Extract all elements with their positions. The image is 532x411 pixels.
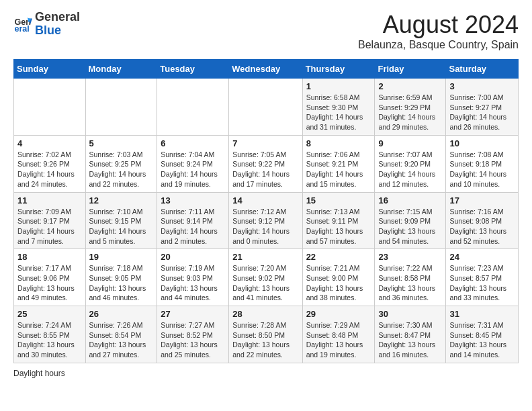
calendar-header-cell: Wednesday (229, 60, 302, 79)
day-number: 15 (306, 195, 371, 205)
day-number: 16 (378, 195, 442, 205)
calendar-day-cell: 20Sunrise: 7:19 AMSunset: 9:03 PMDayligh… (157, 249, 229, 306)
calendar-week-row: 4Sunrise: 7:02 AMSunset: 9:26 PMDaylight… (14, 135, 519, 192)
logo-icon: Gen eral (13, 15, 32, 34)
calendar-header-cell: Tuesday (157, 60, 229, 79)
calendar-week-row: 1Sunrise: 6:58 AMSunset: 9:30 PMDaylight… (14, 79, 519, 136)
day-number: 28 (232, 309, 298, 319)
calendar-table: SundayMondayTuesdayWednesdayThursdayFrid… (13, 59, 519, 363)
day-number: 11 (17, 195, 82, 205)
day-info: Sunrise: 7:10 AMSunset: 9:15 PMDaylight:… (89, 207, 154, 246)
calendar-day-cell: 30Sunrise: 7:30 AMSunset: 8:47 PMDayligh… (375, 306, 446, 363)
calendar-header: SundayMondayTuesdayWednesdayThursdayFrid… (14, 60, 519, 79)
calendar-day-cell: 19Sunrise: 7:18 AMSunset: 9:05 PMDayligh… (85, 249, 157, 306)
day-info: Sunrise: 6:58 AMSunset: 9:30 PMDaylight:… (306, 93, 371, 132)
location-title: Belaunza, Basque Country, Spain (358, 39, 519, 51)
day-number: 25 (17, 309, 82, 319)
day-info: Sunrise: 7:07 AMSunset: 9:20 PMDaylight:… (378, 150, 442, 189)
day-info: Sunrise: 7:02 AMSunset: 9:26 PMDaylight:… (17, 150, 82, 189)
day-info: Sunrise: 7:13 AMSunset: 9:11 PMDaylight:… (306, 207, 371, 246)
calendar-day-cell (85, 79, 157, 136)
day-info: Sunrise: 7:31 AMSunset: 8:45 PMDaylight:… (449, 320, 515, 360)
day-number: 12 (89, 195, 154, 205)
day-number: 26 (89, 309, 154, 319)
calendar-day-cell: 13Sunrise: 7:11 AMSunset: 9:14 PMDayligh… (157, 192, 229, 249)
day-info: Sunrise: 7:09 AMSunset: 9:17 PMDaylight:… (17, 207, 82, 246)
day-info: Sunrise: 7:11 AMSunset: 9:14 PMDaylight:… (161, 207, 225, 246)
day-number: 8 (306, 138, 371, 148)
day-number: 6 (161, 138, 225, 148)
calendar-day-cell: 24Sunrise: 7:23 AMSunset: 8:57 PMDayligh… (446, 249, 519, 306)
day-info: Sunrise: 7:03 AMSunset: 9:25 PMDaylight:… (89, 150, 154, 189)
day-info: Sunrise: 7:05 AMSunset: 9:22 PMDaylight:… (232, 150, 298, 189)
calendar-day-cell: 10Sunrise: 7:08 AMSunset: 9:18 PMDayligh… (446, 135, 519, 192)
calendar-week-row: 11Sunrise: 7:09 AMSunset: 9:17 PMDayligh… (14, 192, 519, 249)
day-info: Sunrise: 7:28 AMSunset: 8:50 PMDaylight:… (232, 320, 298, 360)
footer-note: Daylight hours (13, 369, 519, 378)
day-info: Sunrise: 7:20 AMSunset: 9:02 PMDaylight:… (232, 263, 298, 303)
day-number: 5 (89, 138, 154, 148)
day-info: Sunrise: 7:26 AMSunset: 8:54 PMDaylight:… (89, 320, 154, 360)
calendar-header-cell: Friday (375, 60, 446, 79)
calendar-day-cell (14, 79, 86, 136)
day-info: Sunrise: 7:21 AMSunset: 9:00 PMDaylight:… (306, 263, 371, 303)
day-number: 24 (449, 252, 515, 262)
day-number: 23 (378, 252, 442, 262)
day-info: Sunrise: 7:30 AMSunset: 8:47 PMDaylight:… (378, 320, 442, 360)
calendar-header-row: SundayMondayTuesdayWednesdayThursdayFrid… (14, 60, 519, 79)
calendar-day-cell: 16Sunrise: 7:15 AMSunset: 9:09 PMDayligh… (375, 192, 446, 249)
day-info: Sunrise: 7:24 AMSunset: 8:55 PMDaylight:… (17, 320, 82, 360)
day-info: Sunrise: 6:59 AMSunset: 9:29 PMDaylight:… (378, 93, 442, 132)
day-info: Sunrise: 7:29 AMSunset: 8:48 PMDaylight:… (306, 320, 371, 360)
day-number: 17 (449, 195, 515, 205)
calendar-day-cell: 26Sunrise: 7:26 AMSunset: 8:54 PMDayligh… (85, 306, 157, 363)
calendar-day-cell (157, 79, 229, 136)
month-title: August 2024 (358, 11, 519, 39)
day-number: 22 (306, 252, 371, 262)
day-info: Sunrise: 7:22 AMSunset: 8:58 PMDaylight:… (378, 263, 442, 303)
calendar-day-cell: 11Sunrise: 7:09 AMSunset: 9:17 PMDayligh… (14, 192, 86, 249)
day-info: Sunrise: 7:23 AMSunset: 8:57 PMDaylight:… (449, 263, 515, 303)
calendar-day-cell: 8Sunrise: 7:06 AMSunset: 9:21 PMDaylight… (302, 135, 375, 192)
header: Gen eral General Blue August 2024 Belaun… (13, 11, 519, 51)
logo: Gen eral General Blue (13, 11, 80, 38)
day-info: Sunrise: 7:15 AMSunset: 9:09 PMDaylight:… (378, 207, 442, 246)
calendar-day-cell: 23Sunrise: 7:22 AMSunset: 8:58 PMDayligh… (375, 249, 446, 306)
day-number: 13 (161, 195, 225, 205)
calendar-day-cell: 3Sunrise: 7:00 AMSunset: 9:27 PMDaylight… (446, 79, 519, 136)
day-number: 19 (89, 252, 154, 262)
day-number: 9 (378, 138, 442, 148)
day-info: Sunrise: 7:12 AMSunset: 9:12 PMDaylight:… (232, 207, 298, 246)
calendar-day-cell: 27Sunrise: 7:27 AMSunset: 8:52 PMDayligh… (157, 306, 229, 363)
day-number: 7 (232, 138, 298, 148)
calendar-day-cell: 17Sunrise: 7:16 AMSunset: 9:08 PMDayligh… (446, 192, 519, 249)
day-info: Sunrise: 7:04 AMSunset: 9:24 PMDaylight:… (161, 150, 225, 189)
calendar-body: 1Sunrise: 6:58 AMSunset: 9:30 PMDaylight… (14, 79, 519, 363)
calendar-day-cell: 31Sunrise: 7:31 AMSunset: 8:45 PMDayligh… (446, 306, 519, 363)
day-number: 4 (17, 138, 82, 148)
day-number: 27 (161, 309, 225, 319)
calendar-day-cell: 18Sunrise: 7:17 AMSunset: 9:06 PMDayligh… (14, 249, 86, 306)
day-number: 31 (449, 309, 515, 319)
calendar-day-cell: 25Sunrise: 7:24 AMSunset: 8:55 PMDayligh… (14, 306, 86, 363)
calendar-day-cell: 29Sunrise: 7:29 AMSunset: 8:48 PMDayligh… (302, 306, 375, 363)
calendar-day-cell: 9Sunrise: 7:07 AMSunset: 9:20 PMDaylight… (375, 135, 446, 192)
calendar-header-cell: Monday (85, 60, 157, 79)
calendar-day-cell: 22Sunrise: 7:21 AMSunset: 9:00 PMDayligh… (302, 249, 375, 306)
calendar-day-cell: 1Sunrise: 6:58 AMSunset: 9:30 PMDaylight… (302, 79, 375, 136)
calendar-day-cell: 21Sunrise: 7:20 AMSunset: 9:02 PMDayligh… (229, 249, 302, 306)
calendar-week-row: 25Sunrise: 7:24 AMSunset: 8:55 PMDayligh… (14, 306, 519, 363)
day-info: Sunrise: 7:06 AMSunset: 9:21 PMDaylight:… (306, 150, 371, 189)
day-number: 20 (161, 252, 225, 262)
day-number: 21 (232, 252, 298, 262)
calendar-day-cell: 28Sunrise: 7:28 AMSunset: 8:50 PMDayligh… (229, 306, 302, 363)
day-number: 3 (449, 81, 515, 91)
calendar-day-cell (229, 79, 302, 136)
day-number: 14 (232, 195, 298, 205)
day-info: Sunrise: 7:19 AMSunset: 9:03 PMDaylight:… (161, 263, 225, 303)
day-info: Sunrise: 7:17 AMSunset: 9:06 PMDaylight:… (17, 263, 82, 303)
calendar-day-cell: 14Sunrise: 7:12 AMSunset: 9:12 PMDayligh… (229, 192, 302, 249)
calendar-day-cell: 2Sunrise: 6:59 AMSunset: 9:29 PMDaylight… (375, 79, 446, 136)
calendar-header-cell: Saturday (446, 60, 519, 79)
calendar-header-cell: Sunday (14, 60, 86, 79)
